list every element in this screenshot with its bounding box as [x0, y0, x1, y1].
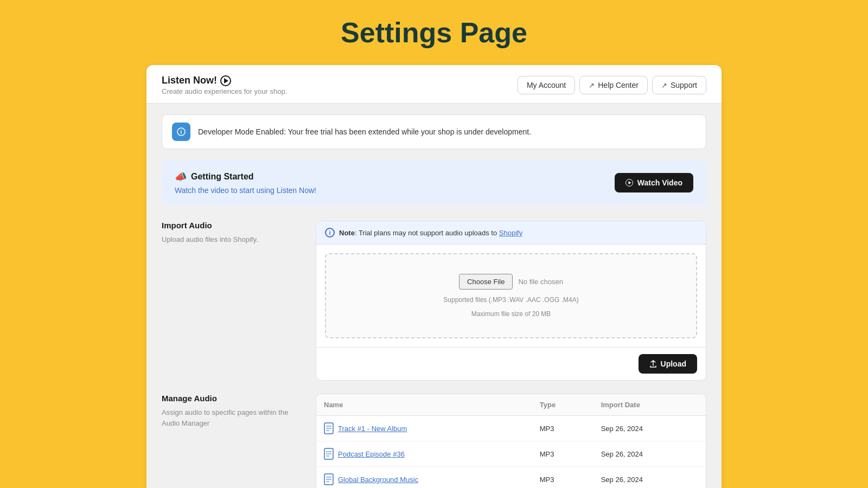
file-upload-area: Choose File No file chosen Supported fil… — [325, 253, 697, 338]
help-center-button[interactable]: ↗ Help Center — [579, 76, 648, 94]
max-size-text: Maximum file size of 20 MB — [471, 310, 551, 318]
page-title: Settings Page — [341, 16, 527, 49]
td-name-2: Global Background Music — [316, 467, 532, 489]
audio-name-link-1[interactable]: Podcast Episode #36 — [338, 450, 405, 458]
svg-marker-3 — [628, 181, 631, 184]
td-name-1: Podcast Episode #36 — [316, 441, 532, 467]
supported-files-text: Supported files (.MP3 .WAV .AAC .OGG .M4… — [443, 296, 578, 304]
choose-file-button[interactable]: Choose File — [459, 274, 513, 290]
shopify-link[interactable]: Shopify — [499, 229, 522, 237]
svg-text:i: i — [181, 129, 182, 135]
upload-label: Upload — [661, 359, 686, 368]
info-icon: i — [177, 127, 186, 136]
watch-video-label: Watch Video — [637, 178, 682, 187]
table-row: Podcast Episode #36 MP3 Sep 26, 2024 — [316, 441, 706, 467]
info-icon-wrap: i — [172, 123, 190, 141]
manage-audio-desc: Assign audio to specific pages within th… — [162, 407, 303, 428]
td-type-1: MP3 — [532, 441, 593, 467]
td-date-1: Sep 26, 2024 — [593, 441, 706, 467]
note-info-icon: i — [325, 228, 335, 237]
play-triangle — [224, 78, 228, 84]
file-doc-icon — [324, 448, 334, 460]
upload-button[interactable]: Upload — [639, 354, 697, 374]
manage-audio-section: Manage Audio Assign audio to specific pa… — [162, 394, 706, 488]
getting-started-title-text: Getting Started — [191, 172, 254, 182]
td-type-2: MP3 — [532, 467, 593, 489]
upload-btn-row: Upload — [316, 347, 706, 380]
info-banner-text: Developer Mode Enabled: Your free trial … — [198, 127, 531, 136]
note-text: Note: Trial plans may not support audio … — [339, 229, 522, 237]
header-actions: My Account ↗ Help Center ↗ Support — [518, 76, 706, 94]
megaphone-icon: 📣 — [175, 171, 187, 183]
table-row: Track #1 - New Album MP3 Sep 26, 2024 — [316, 416, 706, 441]
file-input-row: Choose File No file chosen — [459, 274, 563, 290]
getting-started-card: 📣 Getting Started Watch the video to sta… — [162, 160, 706, 206]
import-audio-right: i Note: Trial plans may not support audi… — [316, 221, 706, 381]
manage-audio-right: Name Type Import Date Trac — [316, 394, 706, 488]
td-name-0: Track #1 - New Album — [316, 416, 532, 441]
audio-name-link-0[interactable]: Track #1 - New Album — [338, 425, 407, 433]
audio-name-link-2[interactable]: Global Background Music — [338, 476, 418, 484]
play-icon — [626, 179, 633, 187]
app-container: Listen Now! Create audio experiences for… — [146, 65, 722, 488]
brand-subtitle: Create audio experiences for your shop. — [162, 87, 287, 95]
import-audio-section: Import Audio Upload audio files into Sho… — [162, 221, 706, 381]
col-type-header: Type — [532, 394, 593, 416]
td-date-2: Sep 26, 2024 — [593, 467, 706, 489]
manage-audio-title: Manage Audio — [162, 394, 303, 403]
td-type-0: MP3 — [532, 416, 593, 441]
td-date-0: Sep 26, 2024 — [593, 416, 706, 441]
import-audio-left: Import Audio Upload audio files into Sho… — [162, 221, 303, 381]
col-import-date-header: Import Date — [593, 394, 706, 416]
audio-table-head: Name Type Import Date — [316, 394, 706, 416]
audio-table: Name Type Import Date Trac — [316, 394, 706, 488]
file-doc-icon — [324, 422, 334, 434]
getting-started-title: 📣 Getting Started — [175, 171, 316, 183]
external-link-icon: ↗ — [589, 81, 595, 89]
support-button[interactable]: ↗ Support — [652, 76, 706, 94]
manage-audio-left: Manage Audio Assign audio to specific pa… — [162, 394, 303, 488]
getting-started-subtitle: Watch the video to start using Listen No… — [175, 186, 316, 195]
col-name-header: Name — [316, 394, 532, 416]
app-brand: Listen Now! Create audio experiences for… — [162, 75, 287, 95]
app-content: i Developer Mode Enabled: Your free tria… — [146, 104, 722, 488]
watch-video-button[interactable]: Watch Video — [615, 173, 693, 192]
no-file-text: No file chosen — [518, 278, 563, 286]
getting-started-left: 📣 Getting Started Watch the video to sta… — [175, 171, 316, 195]
my-account-button[interactable]: My Account — [518, 76, 575, 94]
import-audio-desc: Upload audio files into Shopify. — [162, 234, 303, 245]
import-audio-title: Import Audio — [162, 221, 303, 230]
file-doc-icon — [324, 473, 334, 485]
app-header: Listen Now! Create audio experiences for… — [146, 65, 722, 104]
audio-table-body: Track #1 - New Album MP3 Sep 26, 2024 Po… — [316, 416, 706, 489]
play-circle-icon — [220, 75, 231, 86]
info-banner: i Developer Mode Enabled: Your free tria… — [162, 114, 706, 149]
note-bar: i Note: Trial plans may not support audi… — [316, 221, 706, 245]
upload-icon — [649, 360, 657, 368]
brand-title: Listen Now! — [162, 75, 287, 86]
brand-name-text: Listen Now! — [162, 75, 217, 86]
table-row: Global Background Music MP3 Sep 26, 2024 — [316, 467, 706, 489]
external-link-icon-2: ↗ — [661, 81, 667, 89]
